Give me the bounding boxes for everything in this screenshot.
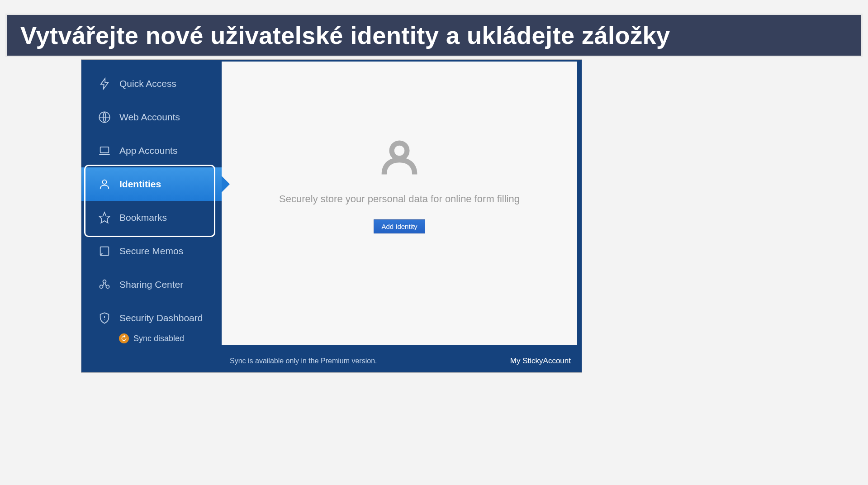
sidebar-item-quick-access[interactable]: Quick Access: [81, 67, 222, 100]
sync-icon: [119, 333, 129, 343]
star-icon: [98, 211, 111, 224]
sidebar-item-label: App Accounts: [119, 145, 177, 156]
svg-point-5: [106, 285, 109, 288]
svg-point-2: [102, 180, 106, 184]
app-body: Quick Access Web Accounts App Accounts I…: [81, 60, 582, 350]
sidebar-item-label: Secure Memos: [119, 246, 183, 257]
shield-icon: [98, 311, 111, 325]
my-stickyaccount-link[interactable]: My StickyAccount: [510, 357, 571, 366]
sidebar-item-label: Web Accounts: [119, 112, 180, 123]
sidebar-item-label: Security Dashboard: [119, 313, 203, 323]
sidebar-item-bookmarks[interactable]: Bookmarks: [81, 201, 222, 234]
sidebar-item-label: Bookmarks: [119, 212, 167, 223]
svg-point-4: [100, 285, 103, 288]
banner-text: Vytvářejte nové uživatelské identity a u…: [20, 21, 670, 49]
sidebar-item-sharing-center[interactable]: Sharing Center: [81, 268, 222, 301]
sidebar-item-web-accounts[interactable]: Web Accounts: [81, 100, 222, 134]
globe-icon: [98, 110, 111, 124]
banner: Vytvářejte nové uživatelské identity a u…: [5, 14, 863, 57]
sidebar-item-secure-memos[interactable]: Secure Memos: [81, 234, 222, 268]
sidebar: Quick Access Web Accounts App Accounts I…: [81, 60, 222, 350]
sidebar-item-app-accounts[interactable]: App Accounts: [81, 134, 222, 167]
empty-state: Securely store your personal data for on…: [279, 137, 520, 233]
svg-point-6: [103, 280, 106, 283]
svg-point-7: [392, 143, 407, 158]
main-content: Securely store your personal data for on…: [222, 62, 577, 345]
app-window: Quick Access Web Accounts App Accounts I…: [81, 60, 582, 372]
svg-rect-1: [100, 147, 109, 153]
memo-icon: [98, 244, 111, 258]
laptop-icon: [98, 144, 111, 157]
app-footer: Sync is available only in the Premium ve…: [81, 350, 582, 372]
sharing-icon: [98, 278, 111, 291]
sidebar-item-label: Sharing Center: [119, 279, 183, 290]
add-identity-button[interactable]: Add Identity: [374, 219, 425, 233]
footer-message: Sync is available only in the Premium ve…: [230, 357, 377, 365]
sidebar-item-label: Quick Access: [119, 78, 176, 89]
sync-status-text: Sync disabled: [133, 334, 184, 343]
empty-state-text: Securely store your personal data for on…: [279, 193, 520, 205]
sidebar-item-identities[interactable]: Identities: [81, 167, 222, 201]
lightning-icon: [98, 77, 111, 90]
sidebar-item-label: Identities: [119, 179, 161, 190]
sidebar-footer: Sync disabled: [81, 327, 222, 350]
person-large-icon: [379, 137, 420, 180]
person-icon: [98, 177, 111, 191]
